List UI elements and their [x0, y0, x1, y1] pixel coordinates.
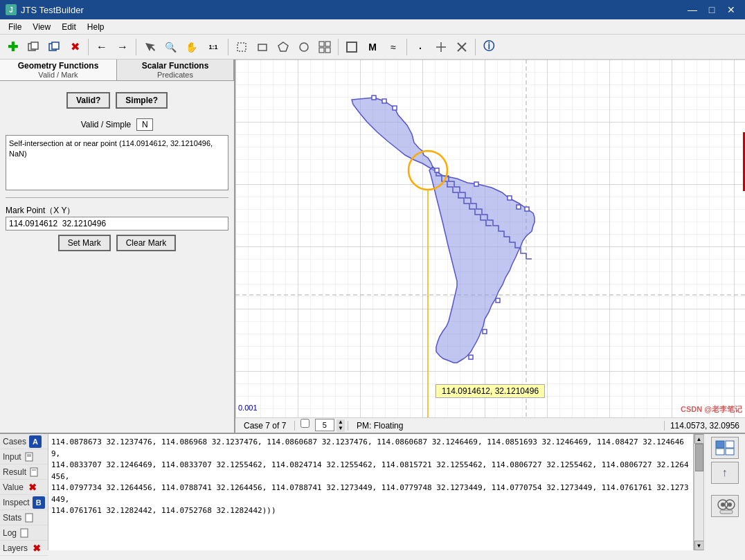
app-icon: J	[6, 4, 17, 15]
rect-select-button[interactable]	[232, 37, 251, 57]
input-icon	[24, 451, 37, 463]
main-layout: Geometry Functions Valid / Mark Scalar F…	[0, 60, 745, 433]
set-mark-button[interactable]: Set Mark	[58, 235, 111, 251]
svg-rect-32	[483, 329, 487, 334]
maximize-button[interactable]: □	[703, 3, 720, 17]
sep1	[88, 39, 89, 55]
select-button[interactable]	[140, 37, 159, 57]
sep3	[228, 39, 228, 55]
menu-file[interactable]: File	[3, 21, 27, 33]
mark-point-section: Mark Point（X Y）	[6, 205, 228, 231]
svg-rect-8	[319, 42, 324, 46]
right-icon-btn-2[interactable]: ↑	[711, 462, 739, 484]
zoom-in-button[interactable]: 🔍	[161, 37, 180, 57]
data-line-0: 114.0878673 32.1237476, 114.086968 32.12…	[51, 437, 690, 460]
side-labels: Cases A Input Result Value ✖ Inspect B S…	[0, 434, 48, 550]
add-button[interactable]: ✚	[3, 37, 22, 57]
tab-scalar-main: Scalar Functions	[142, 61, 209, 71]
delete-button[interactable]: ✖	[65, 37, 84, 57]
outline-a-button[interactable]	[342, 37, 361, 57]
scroll-thumb[interactable]	[695, 444, 703, 471]
pan-button[interactable]: ✋	[181, 37, 201, 57]
status-case: Case 7 of 7	[235, 421, 295, 431]
svg-rect-26	[435, 168, 439, 172]
sep5	[406, 39, 407, 55]
svg-rect-39	[26, 453, 33, 461]
label-inspect[interactable]: Inspect B	[0, 495, 48, 510]
tab-geometry-sub: Valid / Mark	[38, 71, 78, 79]
copy-b-button[interactable]	[44, 37, 64, 57]
log-text: Log	[3, 528, 17, 538]
input-text: Input	[3, 452, 21, 462]
mark-point-input[interactable]	[6, 217, 228, 231]
title-controls: — □ ✕	[684, 3, 739, 17]
menu-view[interactable]: View	[27, 21, 56, 33]
valid-simple-btn-row: Valid? Simple?	[6, 92, 228, 109]
svg-rect-33	[496, 298, 500, 302]
status-mode: PM: Floating	[348, 421, 411, 431]
toolbar: ✚ ✖ ← → 🔍 ✋ 1:1 M ≈ · ⓘ	[0, 35, 745, 60]
rect-tool-button[interactable]	[253, 37, 272, 57]
copy-a-button[interactable]	[24, 37, 43, 57]
valid-simple-row: Valid / Simple N	[6, 118, 228, 131]
close-button[interactable]: ✕	[723, 3, 739, 17]
svg-point-51	[721, 503, 725, 507]
scroll-up-button[interactable]: ▲	[694, 434, 704, 444]
clear-mark-button[interactable]: Clear Mark	[116, 235, 177, 251]
simple-button[interactable]: Simple?	[116, 92, 168, 109]
poly-tool-button[interactable]	[273, 37, 293, 57]
info-button[interactable]: ⓘ	[479, 37, 499, 57]
valid-button[interactable]: Valid?	[66, 92, 110, 109]
svg-rect-49	[726, 449, 734, 455]
bottom-panel: Cases A Input Result Value ✖ Inspect B S…	[0, 433, 745, 550]
m-button[interactable]: M	[363, 37, 382, 57]
circle-tool-button[interactable]	[294, 37, 314, 57]
right-icon-btn-3[interactable]	[711, 495, 739, 517]
right-panel: ↑	[703, 434, 745, 550]
stats-text: Stats	[3, 513, 21, 523]
tab-scalar-sub: Predicates	[157, 71, 193, 79]
svg-rect-5	[258, 44, 267, 51]
tab-row: Geometry Functions Valid / Mark Scalar F…	[0, 60, 234, 81]
tab-geometry-main: Geometry Functions	[18, 61, 99, 71]
scale-label: 0.001	[238, 404, 258, 412]
label-layers: Layers ✖	[0, 541, 48, 556]
label-stats: Stats	[0, 510, 48, 525]
snap-down-button[interactable]: ▼	[336, 426, 345, 432]
label-value: Value ✖	[0, 480, 48, 495]
title-bar-left: J JTS TestBuilder	[6, 4, 84, 15]
svg-rect-25	[393, 106, 397, 110]
tilde-button[interactable]: ≈	[384, 37, 403, 57]
data-text-area: 114.0878673 32.1237476, 114.086968 32.12…	[48, 434, 694, 550]
svg-rect-45	[21, 529, 28, 537]
snap-checkbox[interactable]	[300, 419, 309, 428]
sep2	[136, 39, 136, 55]
crosshair-button[interactable]	[431, 37, 451, 57]
svg-rect-9	[325, 42, 330, 46]
status-snap-section: ▲ ▼	[295, 419, 348, 432]
multi-tool-button[interactable]	[315, 37, 334, 57]
minimize-button[interactable]: —	[684, 3, 701, 17]
svg-rect-3	[52, 42, 59, 49]
canvas-area[interactable]: 2 114.0914612, 32.1210496 0.001 CSDN @老李…	[235, 60, 745, 417]
error-text: Self-intersection at or near point (114.…	[9, 139, 213, 158]
zoom-1-1-button[interactable]: 1:1	[202, 37, 224, 57]
snap-value-input[interactable]	[315, 419, 334, 431]
arrow-right-button[interactable]: →	[113, 37, 132, 57]
svg-rect-4	[237, 43, 246, 51]
arrow-left-button[interactable]: ←	[92, 37, 111, 57]
svg-rect-24	[382, 99, 386, 103]
right-icon-btn-1[interactable]	[711, 437, 739, 459]
svg-rect-27	[474, 182, 478, 186]
menu-help[interactable]: Help	[82, 21, 110, 33]
svg-rect-28	[508, 196, 512, 200]
tab-geometry-functions[interactable]: Geometry Functions Valid / Mark	[0, 60, 117, 80]
section-divider	[6, 197, 228, 198]
scroll-down-button[interactable]: ▼	[694, 541, 704, 550]
svg-marker-6	[278, 42, 288, 51]
tab-scalar-functions[interactable]: Scalar Functions Predicates	[117, 60, 234, 80]
menu-edit[interactable]: Edit	[56, 21, 82, 33]
x-cross-button[interactable]	[452, 37, 472, 57]
dot-button[interactable]: ·	[411, 37, 430, 57]
svg-rect-42	[30, 468, 37, 476]
